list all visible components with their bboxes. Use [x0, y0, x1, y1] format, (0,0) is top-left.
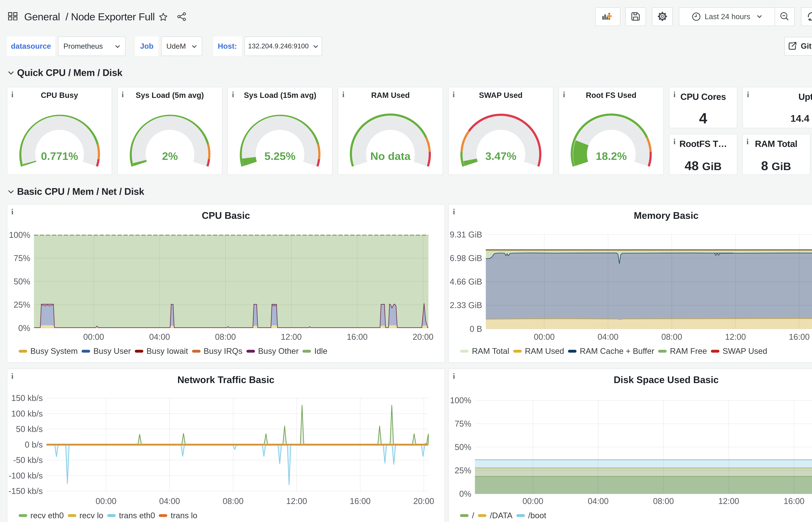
svg-text:150 kb/s: 150 kb/s [11, 394, 43, 403]
svg-text:04:00: 04:00 [598, 332, 619, 342]
svg-text:12:00: 12:00 [725, 332, 746, 342]
svg-text:04:00: 04:00 [149, 332, 170, 342]
svg-text:08:00: 08:00 [653, 497, 674, 506]
svg-text:6.98 GiB: 6.98 GiB [450, 254, 482, 263]
svg-text:12:00: 12:00 [281, 332, 302, 342]
svg-text:12:00: 12:00 [286, 497, 307, 506]
svg-text:08:00: 08:00 [223, 497, 243, 506]
svg-text:75%: 75% [14, 254, 30, 263]
svg-text:3.47%: 3.47% [485, 150, 516, 162]
svg-text:20:00: 20:00 [413, 332, 433, 342]
svg-text:00:00: 00:00 [83, 332, 104, 342]
svg-text:100%: 100% [450, 396, 472, 405]
svg-text:100 kb/s: 100 kb/s [11, 409, 43, 418]
svg-text:18.2%: 18.2% [595, 150, 627, 162]
svg-text:16:00: 16:00 [347, 332, 368, 342]
svg-text:No data: No data [370, 150, 411, 162]
svg-text:04:00: 04:00 [159, 497, 180, 506]
svg-text:0 B: 0 B [470, 324, 482, 334]
svg-text:00:00: 00:00 [96, 497, 116, 506]
svg-text:0%: 0% [459, 489, 472, 499]
svg-text:100%: 100% [9, 230, 30, 240]
svg-text:-100 kb/s: -100 kb/s [8, 471, 43, 480]
svg-text:08:00: 08:00 [215, 332, 236, 342]
svg-text:12:00: 12:00 [718, 497, 739, 506]
svg-text:16:00: 16:00 [784, 497, 805, 506]
svg-text:0 b/s: 0 b/s [25, 440, 43, 449]
svg-text:04:00: 04:00 [588, 497, 609, 506]
svg-text:50%: 50% [455, 442, 472, 452]
svg-text:0.771%: 0.771% [41, 150, 78, 162]
svg-text:4.66 GiB: 4.66 GiB [450, 277, 482, 286]
svg-text:-50 kb/s: -50 kb/s [13, 456, 43, 465]
svg-text:25%: 25% [455, 466, 472, 475]
svg-text:00:00: 00:00 [534, 332, 555, 342]
svg-text:00:00: 00:00 [522, 497, 543, 506]
svg-text:5.25%: 5.25% [264, 150, 296, 162]
svg-text:16:00: 16:00 [350, 497, 371, 506]
svg-text:-150 kb/s: -150 kb/s [8, 486, 43, 496]
svg-text:2%: 2% [162, 150, 178, 162]
svg-text:16:00: 16:00 [789, 332, 810, 342]
svg-text:9.31 GiB: 9.31 GiB [450, 230, 482, 239]
svg-text:2.33 GiB: 2.33 GiB [450, 301, 482, 310]
svg-text:50%: 50% [14, 277, 30, 286]
svg-text:0%: 0% [18, 323, 30, 333]
svg-text:25%: 25% [14, 300, 30, 309]
svg-text:75%: 75% [455, 419, 472, 428]
svg-text:20:00: 20:00 [413, 497, 434, 506]
svg-text:50 kb/s: 50 kb/s [16, 424, 43, 434]
svg-text:08:00: 08:00 [661, 332, 682, 342]
